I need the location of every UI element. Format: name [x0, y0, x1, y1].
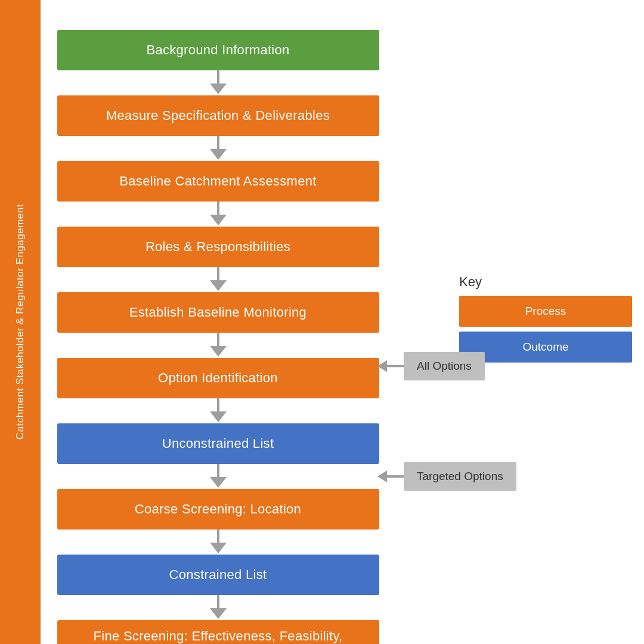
targeted-options-container: Targeted Options: [377, 462, 516, 491]
box-background-info: Background Information: [57, 30, 379, 70]
arrow-left-head: [377, 360, 387, 372]
box-measure-spec: Measure Specification & Deliverables: [57, 95, 379, 136]
box-unconstrained-list: Unconstrained List: [57, 423, 379, 464]
arrow-shaft: [217, 595, 219, 608]
box-option-identification: Option Identification: [57, 358, 379, 398]
left-bar-label: Catchment Stakeholder & Regulator Engage…: [14, 204, 26, 439]
targeted-options-label: Targeted Options: [404, 462, 516, 491]
arrow-7: [210, 464, 227, 489]
box-coarse-screening: Coarse Screening: Location: [57, 489, 379, 530]
box-fine-screening: Fine Screening: Effectiveness, Feasibili…: [57, 620, 379, 644]
arrow-shaft: [217, 398, 219, 411]
targeted-options-arrow: [377, 470, 404, 482]
page-container: Catchment Stakeholder & Regulator Engage…: [0, 0, 644, 644]
arrow-8: [210, 530, 227, 555]
arrow-head: [210, 280, 227, 291]
arrow-head: [210, 215, 227, 225]
arrow-9: [210, 595, 227, 620]
arrow-head: [210, 411, 227, 422]
arrow-head: [210, 149, 227, 160]
arrow-6: [210, 398, 227, 423]
arrow-head: [210, 477, 227, 488]
arrow-head: [210, 608, 227, 619]
key-process-box: Process: [459, 296, 632, 327]
arrow-shaft: [217, 333, 219, 346]
arrow-left-shaft: [387, 475, 404, 478]
arrow-1: [210, 70, 227, 95]
main-content: Background Information Measure Specifica…: [41, 0, 644, 644]
all-options-arrow: [377, 360, 404, 372]
arrow-left-shaft: [387, 365, 404, 367]
arrow-head: [210, 346, 227, 357]
arrow-3: [210, 202, 227, 227]
box-constrained-list: Constrained List: [57, 555, 379, 595]
all-options-label: All Options: [404, 352, 485, 380]
flow-column: Background Information Measure Specifica…: [52, 30, 383, 626]
arrow-shaft: [217, 202, 219, 215]
key-section: Key Process Outcome: [459, 274, 632, 367]
arrow-shaft: [217, 530, 219, 543]
box-establish-baseline: Establish Baseline Monitoring: [57, 292, 379, 333]
arrow-head: [210, 83, 227, 94]
arrow-shaft: [217, 267, 219, 280]
arrow-head: [210, 543, 227, 553]
arrow-4: [210, 267, 227, 292]
left-bar: Catchment Stakeholder & Regulator Engage…: [0, 0, 41, 644]
key-outcome-box: Outcome: [459, 332, 632, 363]
all-options-container: All Options: [377, 352, 485, 380]
arrow-left-head: [377, 470, 387, 482]
key-title: Key: [459, 274, 632, 290]
arrow-5: [210, 333, 227, 358]
arrow-shaft: [217, 136, 219, 149]
box-baseline-catchment: Baseline Catchment Assessment: [57, 161, 379, 202]
arrow-2: [210, 136, 227, 161]
arrow-shaft: [217, 464, 219, 477]
arrow-shaft: [217, 70, 219, 83]
box-roles-responsibilities: Roles & Responsibilities: [57, 227, 379, 267]
